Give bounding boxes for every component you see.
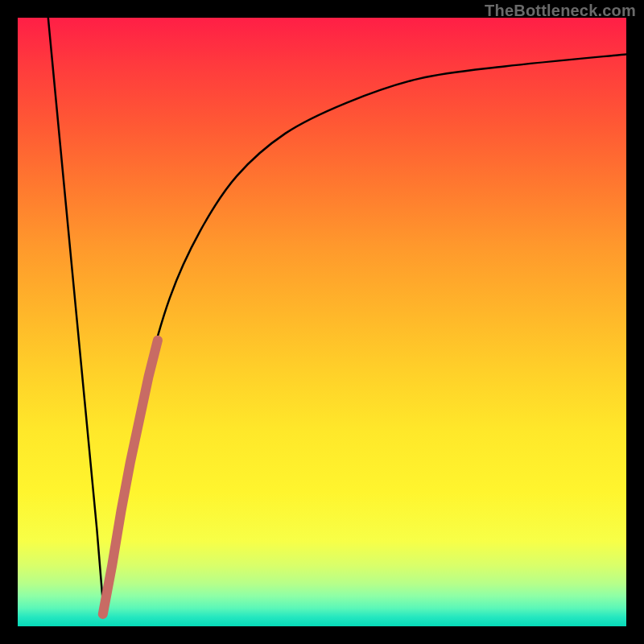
plot-area	[18, 18, 626, 626]
black-curve	[48, 18, 626, 614]
watermark-text: TheBottleneck.com	[485, 2, 636, 20]
curve-layer	[18, 18, 626, 626]
chart-frame: TheBottleneck.com	[0, 0, 644, 644]
highlight-segment	[103, 341, 158, 614]
